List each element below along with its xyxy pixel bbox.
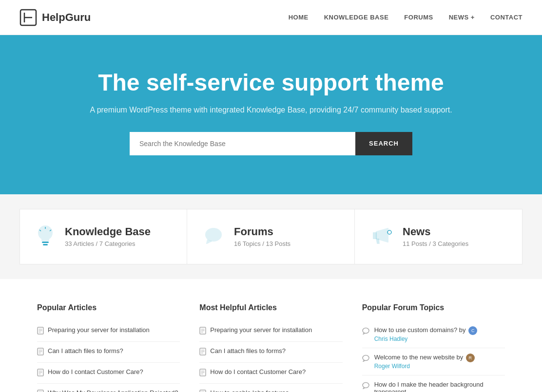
forum-topic-2-by: by (457, 354, 465, 361)
popular-article-2[interactable]: Can I attach files to forms? (37, 342, 180, 363)
svg-point-50 (363, 328, 369, 333)
popular-article-4-text: Why Was My Developer Application Rejecte… (48, 389, 178, 392)
forum-topic-1-author[interactable]: Chris Hadley (374, 336, 408, 342)
news-card[interactable]: News 11 Posts / 3 Categories (355, 209, 523, 264)
forums-info: Forums 16 Topics / 13 Posts (234, 225, 290, 247)
svg-rect-3 (42, 242, 49, 243)
avatar-roger: R (466, 354, 475, 362)
news-info: News 11 Posts / 3 Categories (403, 225, 468, 247)
helpful-article-2-text: Can I attach files to forms? (210, 347, 286, 355)
stats-section: Knowledge Base 33 Articles / 7 Categorie… (0, 194, 542, 279)
popular-article-1[interactable]: Preparing your server for installation (37, 321, 180, 342)
doc-icon (37, 348, 44, 357)
megaphone-icon (370, 225, 393, 248)
avatar-chris: C (468, 326, 477, 335)
nav-knowledge-base[interactable]: KNOWLEDGE BASE (324, 14, 389, 21)
doc-icon (199, 390, 206, 392)
doc-icon (37, 390, 44, 392)
helpful-article-1[interactable]: Preparing your server for installation (199, 321, 342, 342)
svg-point-8 (206, 228, 221, 241)
helpful-article-4-text: How to enable labs features (210, 389, 289, 392)
main-nav: HOME KNOWLEDGE BASE FORUMS NEWS + CONTAC… (289, 14, 523, 21)
forum-topic-1-title: How to use custom domains? (374, 326, 458, 334)
nav-home[interactable]: HOME (289, 14, 309, 21)
doc-icon (199, 348, 206, 357)
forum-topic-2[interactable]: Welcome to the new website by R Roger Wi… (362, 348, 505, 375)
doc-icon (37, 369, 44, 378)
content-section: Popular Articles Preparing your server f… (18, 279, 524, 392)
logo[interactable]: HelpGuru (19, 9, 91, 26)
helpful-article-4[interactable]: How to enable labs features (199, 384, 342, 392)
popular-articles-list: Preparing your server for installation C… (37, 321, 180, 392)
knowledge-base-detail: 33 Articles / 7 Categories (65, 240, 151, 247)
doc-icon (37, 327, 44, 336)
chat-icon (203, 225, 224, 248)
hero-subtitle: A premium WordPress theme with integrate… (10, 104, 532, 116)
nav-forums[interactable]: FORUMS (404, 14, 433, 21)
stats-grid: Knowledge Base 33 Articles / 7 Categorie… (19, 209, 523, 264)
hero-section: The self-service support theme A premium… (0, 35, 542, 194)
search-input[interactable] (130, 132, 355, 155)
helpful-article-1-text: Preparing your server for installation (210, 326, 312, 334)
content-grid: Popular Articles Preparing your server f… (37, 303, 505, 392)
logo-text: HelpGuru (42, 11, 91, 24)
doc-icon (199, 327, 206, 336)
helpful-article-2[interactable]: Can I attach files to forms? (199, 342, 342, 363)
forum-topic-2-author[interactable]: Roger Wilford (374, 363, 410, 370)
forum-topics-list: How to use custom domains? by C Chris Ha… (362, 321, 505, 392)
forum-topics-title: Popular Forum Topics (362, 303, 505, 312)
search-bar: SEARCH (130, 132, 412, 155)
popular-articles-title: Popular Articles (37, 303, 180, 312)
knowledge-base-title: Knowledge Base (65, 225, 151, 238)
forum-topic-1-by: by (459, 326, 467, 334)
site-header: HelpGuru HOME KNOWLEDGE BASE FORUMS NEWS… (0, 0, 542, 35)
news-detail: 11 Posts / 3 Categories (403, 240, 468, 247)
forum-topic-2-content: Welcome to the new website by R Roger Wi… (374, 354, 505, 370)
svg-rect-4 (43, 244, 48, 245)
forum-topic-3-content: How do I make the header background tran… (374, 381, 505, 392)
forum-topics-col: Popular Forum Topics How to use custom d… (362, 303, 505, 392)
logo-icon (19, 9, 37, 26)
forum-topic-1-content: How to use custom domains? by C Chris Ha… (374, 326, 505, 342)
forum-topic-1[interactable]: How to use custom domains? by C Chris Ha… (362, 321, 505, 348)
popular-article-1-text: Preparing your server for installation (48, 326, 150, 334)
popular-articles-col: Popular Articles Preparing your server f… (37, 303, 180, 392)
svg-point-51 (363, 355, 369, 360)
helpful-articles-title: Most Helpful Articles (199, 303, 342, 312)
chat-bubble-icon (362, 327, 369, 342)
news-title: News (403, 225, 468, 238)
popular-article-2-text: Can I attach files to forms? (48, 347, 123, 355)
helpful-article-3-text: How do I contact Customer Care? (210, 368, 306, 375)
search-button[interactable]: SEARCH (355, 132, 412, 155)
knowledge-base-card[interactable]: Knowledge Base 33 Articles / 7 Categorie… (19, 209, 187, 264)
nav-news[interactable]: NEWS + (449, 14, 475, 21)
forums-detail: 16 Topics / 13 Posts (234, 240, 290, 247)
popular-article-3[interactable]: How do I contact Customer Care? (37, 363, 180, 384)
chat-bubble-icon (362, 355, 369, 370)
forum-topic-2-title: Welcome to the new website (374, 354, 455, 361)
popular-article-3-text: How do I contact Customer Care? (48, 368, 143, 375)
lightbulb-icon (36, 224, 55, 249)
helpful-articles-list: Preparing your server for installation C… (199, 321, 342, 392)
forum-topic-3[interactable]: How do I make the header background tran… (362, 375, 505, 392)
forums-card[interactable]: Forums 16 Topics / 13 Posts (187, 209, 355, 264)
helpful-article-3[interactable]: How do I contact Customer Care? (199, 363, 342, 384)
helpful-articles-col: Most Helpful Articles Preparing your ser… (199, 303, 342, 392)
doc-icon (199, 369, 206, 378)
chat-bubble-icon (362, 382, 369, 392)
knowledge-base-info: Knowledge Base 33 Articles / 7 Categorie… (65, 225, 151, 247)
svg-point-52 (363, 382, 369, 388)
popular-article-4[interactable]: Why Was My Developer Application Rejecte… (37, 384, 180, 392)
forums-title: Forums (234, 225, 290, 238)
hero-title: The self-service support theme (10, 69, 532, 96)
nav-contact[interactable]: CONTACT (490, 14, 523, 21)
forum-topic-3-title: How do I make the header background tran… (374, 381, 484, 392)
